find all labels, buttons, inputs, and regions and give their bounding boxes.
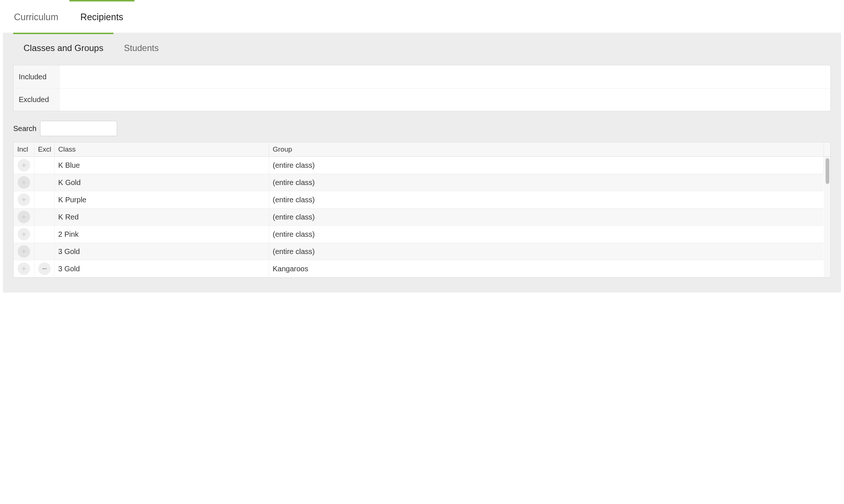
group-cell: (entire class) (269, 226, 823, 243)
svg-rect-14 (42, 268, 47, 269)
included-label: Included (14, 65, 59, 88)
plus-icon (21, 249, 26, 254)
include-button[interactable] (18, 245, 30, 258)
svg-rect-9 (22, 234, 26, 235)
col-header-incl[interactable]: Incl (14, 142, 34, 157)
plus-icon (21, 214, 26, 220)
classes-groups-table: Incl Excl Class Group (13, 142, 831, 278)
included-excluded-box: Included Excluded (13, 65, 831, 111)
include-button[interactable] (18, 176, 30, 189)
group-cell: (entire class) (269, 209, 823, 226)
tab-curriculum[interactable]: Curriculum (3, 0, 69, 33)
group-cell: (entire class) (269, 243, 823, 260)
group-cell: (entire class) (269, 174, 823, 191)
table-row: 3 Gold Kangaroos (14, 260, 830, 278)
plus-icon (21, 163, 26, 168)
minus-icon (42, 266, 47, 271)
table-row: K Red (entire class) (14, 209, 830, 226)
class-cell: K Gold (54, 174, 269, 191)
tab-students[interactable]: Students (113, 33, 169, 62)
main-tabs: Curriculum Recipients (3, 0, 841, 33)
class-cell: 3 Gold (54, 260, 269, 278)
col-header-group[interactable]: Group (269, 142, 823, 157)
group-cell: (entire class) (269, 191, 823, 209)
col-header-class[interactable]: Class (54, 142, 269, 157)
table-row: 2 Pink (entire class) (14, 226, 830, 243)
svg-rect-5 (22, 199, 26, 200)
recipients-panel: Classes and Groups Students Included Exc… (3, 33, 841, 293)
svg-rect-3 (22, 182, 26, 183)
svg-rect-7 (22, 217, 26, 217)
table-row: 3 Gold (entire class) (14, 243, 830, 260)
include-button[interactable] (18, 228, 30, 240)
svg-rect-13 (22, 268, 26, 269)
include-button[interactable] (18, 159, 30, 171)
table-row: K Purple (entire class) (14, 191, 830, 209)
include-button[interactable] (18, 211, 30, 223)
search-label: Search (13, 124, 36, 133)
excluded-content[interactable] (59, 88, 830, 111)
group-cell: (entire class) (269, 157, 823, 174)
scrollbar-track[interactable] (823, 157, 830, 278)
include-button[interactable] (18, 193, 30, 206)
scrollbar-thumb[interactable] (826, 158, 829, 184)
exclude-button[interactable] (38, 262, 51, 275)
class-cell: K Red (54, 209, 269, 226)
table-row: K Blue (entire class) (14, 157, 830, 174)
search-row: Search (13, 121, 831, 136)
sub-tabs: Classes and Groups Students (3, 33, 841, 62)
plus-icon (21, 232, 26, 237)
tab-classes-and-groups[interactable]: Classes and Groups (13, 33, 113, 62)
table-header-row: Incl Excl Class Group (14, 142, 830, 157)
excluded-label: Excluded (14, 88, 59, 111)
group-cell: Kangaroos (269, 260, 823, 278)
class-cell: 3 Gold (54, 243, 269, 260)
col-header-scroll (823, 142, 830, 157)
svg-rect-11 (22, 251, 26, 252)
plus-icon (21, 180, 26, 185)
class-cell: K Purple (54, 191, 269, 209)
search-input[interactable] (40, 121, 117, 136)
class-cell: K Blue (54, 157, 269, 174)
included-content[interactable] (59, 65, 830, 88)
included-row: Included (14, 65, 830, 88)
col-header-excl[interactable]: Excl (34, 142, 54, 157)
plus-icon (21, 266, 26, 271)
class-cell: 2 Pink (54, 226, 269, 243)
include-button[interactable] (18, 262, 30, 275)
plus-icon (21, 197, 26, 202)
tab-recipients[interactable]: Recipients (69, 0, 134, 33)
table-row: K Gold (entire class) (14, 174, 830, 191)
svg-rect-1 (22, 165, 26, 166)
excluded-row: Excluded (14, 88, 830, 111)
